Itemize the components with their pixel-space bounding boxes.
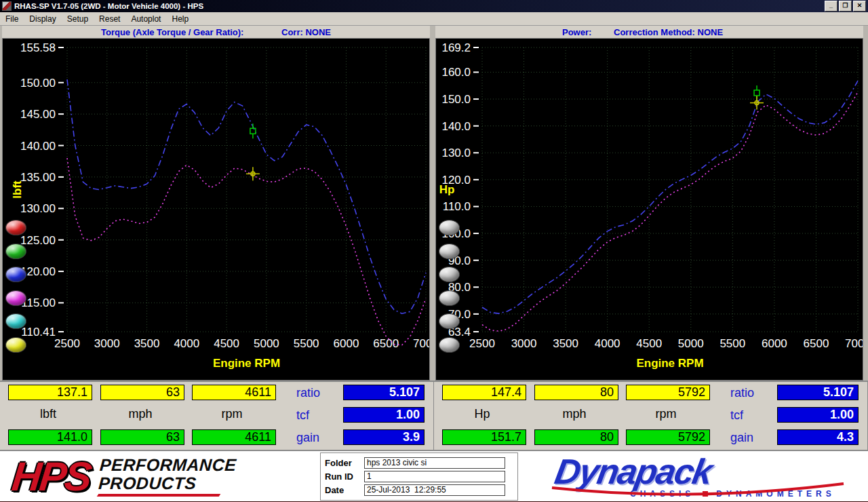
plus-cursor-marker [246, 167, 260, 180]
x-tick-label: 4000 [174, 337, 199, 350]
torque-cursor-mph: 63 [100, 385, 184, 400]
torque-correction-label: Corr: NONE [281, 27, 331, 37]
x-tick-label: 4500 [214, 337, 239, 350]
ratio-value: 5.107 [343, 385, 425, 400]
mph-unit-label: mph [534, 407, 614, 421]
gain-value: 4.3 [777, 429, 859, 445]
rpm-unit-label: rpm [192, 407, 272, 421]
ratio-value: 5.107 [777, 385, 859, 400]
red-square-icon [703, 491, 708, 497]
power-run-measured [482, 92, 858, 332]
hps-logo-line1: PERFORMANCE [100, 456, 237, 474]
date-input[interactable] [364, 484, 505, 496]
torque-cursor-value: 137.1 [8, 385, 92, 400]
y-tick-label: 150.00 [20, 77, 56, 90]
run-id-field-row: Run ID [325, 471, 513, 482]
torque-chart[interactable]: 155.58150.00145.00140.00135.00130.00125.… [3, 39, 429, 379]
x-tick-label: 6500 [373, 337, 399, 350]
plus-cursor-marker [750, 96, 764, 110]
trace-button-magenta-4[interactable] [5, 290, 26, 306]
power-gain-value: 151.7 [442, 429, 526, 445]
square-cursor-marker [250, 123, 256, 138]
x-tick-label: 3000 [511, 337, 537, 350]
y-tick-label: 169.2 [441, 41, 471, 54]
x-tick-label: 7000 [845, 337, 863, 350]
dynapack-logo-name: Dynapack [552, 454, 868, 489]
tcf-label: tcf [296, 408, 309, 423]
y-tick-label: 155.58 [20, 41, 56, 54]
run-info-fields: Folder Run ID Date [320, 452, 518, 501]
trace-button-gray-2[interactable] [439, 244, 460, 259]
menu-autoplot[interactable]: Autoplot [125, 13, 166, 25]
trace-button-blue-3[interactable] [5, 267, 26, 282]
readout-region: 137.1 63 4611 lbft mph rpm 141.0 63 4611… [0, 381, 868, 450]
dynapack-dynamometers-text: DYNAMOMETERS [716, 489, 835, 499]
x-tick-label: 5000 [678, 337, 704, 350]
x-tick-label: 2500 [469, 337, 495, 350]
power-panel: Power: Correction Method: NONE 169.2160.… [435, 26, 863, 381]
menu-reset[interactable]: Reset [94, 13, 125, 25]
torque-run-corrected [67, 79, 426, 313]
folder-field-row: Folder [325, 457, 513, 469]
rpm-unit-label: rpm [626, 407, 706, 421]
power-gain-mph: 80 [534, 429, 618, 445]
window-title: RHAS-SP V1.7-05 (2WD - Motor Vehicle 400… [14, 2, 203, 10]
x-tick-label: 6000 [334, 337, 359, 350]
tcf-value: 1.00 [777, 407, 859, 423]
y-axis-title: Hp [439, 183, 455, 196]
close-button[interactable]: ✕ [853, 1, 866, 12]
y-tick-label: 145.00 [20, 108, 56, 121]
power-gain-rpm: 5792 [626, 429, 710, 445]
footer: HPS PERFORMANCE PRODUCTS Folder Run ID D… [0, 450, 868, 501]
run-id-label: Run ID [325, 471, 360, 482]
hps-logo-line2: PRODUCTS [98, 474, 236, 493]
torque-readouts: 137.1 63 4611 lbft mph rpm 141.0 63 4611… [0, 382, 434, 450]
x-tick-label: 4000 [595, 337, 620, 350]
trace-button-green-2[interactable] [5, 244, 26, 259]
x-axis-title: Engine RPM [636, 357, 703, 370]
chart-region: Torque (Axle Torque / Gear Ratio): Corr:… [0, 26, 868, 381]
trace-button-gray-3[interactable] [439, 267, 460, 282]
x-tick-label: 6000 [762, 337, 787, 350]
menu-setup[interactable]: Setup [62, 13, 94, 25]
hps-logo-letters: HPS [10, 457, 92, 496]
power-chart[interactable]: 169.2160.0150.0140.0130.0120.0110.0100.0… [436, 39, 863, 379]
y-axis-title: lbft [11, 180, 24, 199]
gain-label: gain [296, 431, 319, 445]
ratio-label: ratio [296, 386, 320, 400]
y-tick-label: 160.0 [441, 66, 471, 79]
maximize-button[interactable]: ❐ [839, 1, 852, 12]
dynapack-logo: Dynapack CHASSIS DYNAMOMETERS [518, 454, 868, 499]
x-tick-label: 3000 [94, 337, 120, 350]
trace-button-gray-4[interactable] [439, 290, 460, 306]
trace-button-yellow-6[interactable] [5, 337, 26, 353]
power-chart-title: Power: [562, 27, 591, 37]
title-bar: RHAS-SP V1.7-05 (2WD - Motor Vehicle 400… [0, 0, 868, 12]
torque-chart-title: Torque (Axle Torque / Gear Ratio): [101, 27, 243, 37]
hps-logo-underline [97, 494, 221, 497]
hps-logo: HPS PERFORMANCE PRODUCTS [0, 456, 320, 497]
x-tick-label: 5500 [294, 337, 319, 350]
x-tick-label: 2500 [54, 337, 80, 350]
menu-help[interactable]: Help [166, 13, 194, 25]
trace-button-gray-5[interactable] [439, 313, 460, 329]
menu-display[interactable]: Display [24, 13, 61, 25]
x-tick-label: 7000 [413, 337, 429, 350]
power-cursor-value: 147.4 [442, 385, 526, 400]
y-tick-label: 130.0 [441, 147, 471, 159]
folder-input[interactable] [364, 457, 505, 469]
trace-button-gray-1[interactable] [439, 220, 460, 235]
trace-button-cyan-5[interactable] [5, 313, 26, 329]
ratio-label: ratio [730, 386, 754, 400]
trace-button-gray-6[interactable] [439, 337, 460, 353]
tcf-label: tcf [730, 408, 743, 423]
run-id-input[interactable] [364, 471, 505, 482]
y-tick-label: 130.00 [20, 202, 56, 215]
menu-file[interactable]: File [0, 13, 24, 25]
power-panel-header: Power: Correction Method: NONE [435, 26, 863, 38]
minimize-button[interactable]: _ [825, 1, 837, 12]
torque-panel-header: Torque (Axle Torque / Gear Ratio): Corr:… [2, 26, 430, 38]
trace-button-red-1[interactable] [5, 220, 26, 235]
y-tick-label: 140.0 [441, 120, 471, 133]
hps-logo-text: PERFORMANCE PRODUCTS [98, 456, 237, 497]
